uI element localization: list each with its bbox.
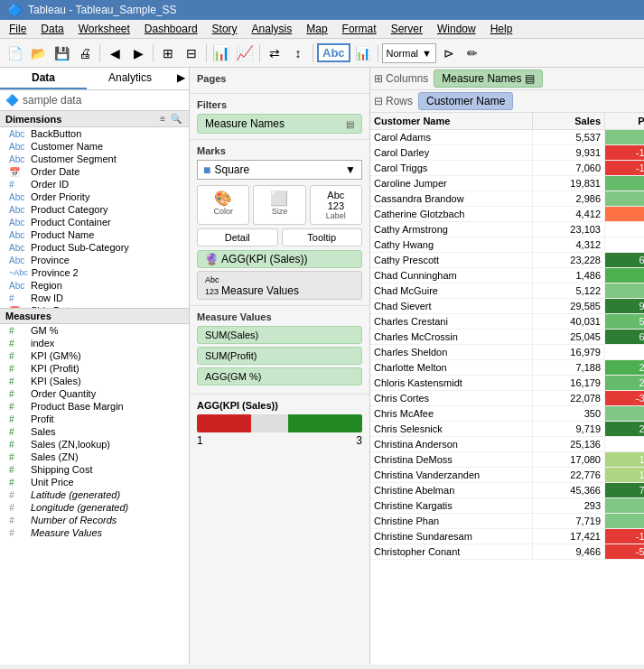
table-row[interactable]: Chad Sievert 29,585 9,009 30.5% [370,299,644,314]
table-row[interactable]: Cathy Hwang 4,312 -102 -2.4% [370,237,644,253]
menu-server[interactable]: Server [384,21,430,37]
table-row[interactable]: Christopher Conant 9,466 -5,824 -61.5% [370,544,644,560]
agg-gm-pill[interactable]: AGG(GM %) [197,367,362,386]
meas-product-base-margin[interactable]: # Product Base Margin [0,400,189,413]
toolbar-save[interactable]: 💾 [51,42,72,64]
rows-pill[interactable]: Customer Name [418,92,513,110]
table-row[interactable]: Charles Crestani 40,031 5,529 13.8% [370,314,644,330]
toolbar-fit[interactable]: ↕ [287,42,309,64]
menu-analysis[interactable]: Analysis [245,21,300,37]
dim-product-sub[interactable]: Abc Product Sub-Category [0,241,189,254]
toolbar-chart1[interactable]: 📊 [210,42,232,64]
table-row[interactable]: Chris McAfee 350 69 19.8% [370,406,644,422]
table-row[interactable]: Caroline Jumper 19,831 602 3.0% [370,176,644,191]
meas-num-records[interactable]: # Number of Records [0,514,189,526]
dim-row-id[interactable]: # Row ID [0,292,189,304]
toolbar-btn1[interactable]: ⊞ [157,42,179,64]
toolbar-presentation[interactable]: ⊳ [438,42,460,64]
meas-sales-zn[interactable]: # Sales (ZN) [0,451,189,463]
sort-icon[interactable]: ≡ [158,113,167,125]
meas-profit[interactable]: # Profit [0,413,189,425]
table-row[interactable]: Christine Phan 7,719 736 9.5% [370,514,644,529]
table-row[interactable]: Charles Sheldon 16,979 297 1.8% [370,345,644,360]
dim-product-category[interactable]: Abc Product Category [0,203,189,216]
marks-label-btn[interactable]: Abc123 Label [310,185,362,225]
dim-customer-segment[interactable]: Abc Customer Segment [0,153,189,165]
table-row[interactable]: Christina Anderson 25,136 322 1.3% [370,437,644,452]
menu-format[interactable]: Format [335,21,384,37]
marks-color-btn[interactable]: 🎨 Color [197,185,249,225]
menu-file[interactable]: File [2,21,33,37]
table-row[interactable]: Chris Cortes 22,078 -3,615 -16.4% [370,391,644,406]
toolbar-new[interactable]: 📄 [4,42,25,64]
table-row[interactable]: Chloris Kastensmidt 16,179 2,705 16.7% [370,376,644,391]
search-icon[interactable]: 🔍 [169,113,183,125]
marks-tooltip-btn[interactable]: Tooltip [282,228,363,246]
columns-pill[interactable]: Measure Names ▤ [434,70,543,88]
meas-measure-values[interactable]: # Measure Values [0,526,189,539]
meas-kpi-sales[interactable]: # KPI (Sales) [0,375,189,387]
table-row[interactable]: Chris Selesnick 9,719 2,893 29.8% [370,422,644,437]
table-row[interactable]: Catherine Glotzbach 4,412 -753 -17.1% [370,207,644,222]
table-row[interactable]: Cathy Prescott 23,228 6,940 29.9% [370,253,644,268]
menu-help[interactable]: Help [483,21,520,37]
toolbar-open[interactable]: 📂 [27,42,49,64]
meas-shipping-cost[interactable]: # Shipping Cost [0,463,189,476]
table-row[interactable]: Charles McCrossin 25,045 6,354 25.4% [370,330,644,345]
meas-gm[interactable]: # GM % [0,324,189,337]
meas-kpi-profit[interactable]: # KPI (Profit) [0,362,189,375]
marks-detail-btn[interactable]: Detail [197,228,278,246]
normal-dropdown[interactable]: Normal ▼ [382,43,436,63]
marks-type-dropdown[interactable]: ■ Square ▼ [197,160,362,180]
menu-map[interactable]: Map [299,21,334,37]
dim-region[interactable]: Abc Region [0,279,189,292]
dim-province[interactable]: Abc Province [0,254,189,266]
table-row[interactable]: Chad Cunningham 1,486 534 36.0% [370,268,644,283]
table-row[interactable]: Carol Darley 9,931 -1,253 -12.6% [370,145,644,161]
toolbar-bar[interactable]: 📊 [352,42,374,64]
table-row[interactable]: Charlotte Melton 7,188 2,787 38.8% [370,360,644,376]
dim-product-name[interactable]: Abc Product Name [0,228,189,241]
toolbar-print[interactable]: 🖨 [74,42,96,64]
meas-latitude[interactable]: # Latitude (generated) [0,488,189,501]
table-row[interactable]: Carol Adams 5,537 965 17.4% [370,130,644,145]
table-row[interactable]: Carol Triggs 7,060 -1,883 -26.7% [370,161,644,176]
dim-province2[interactable]: ~Abc Province 2 [0,266,189,279]
menu-worksheet[interactable]: Worksheet [71,21,137,37]
table-row[interactable]: Cathy Armstrong 23,103 -427 -1.8% [370,222,644,237]
panel-arrow[interactable]: ▶ [173,68,189,89]
dim-order-date[interactable]: 📅 Order Date [0,165,189,178]
menu-window[interactable]: Window [430,21,483,37]
dim-backbutton[interactable]: Abc BackButton [0,127,189,140]
toolbar-chart2[interactable]: 📈 [234,42,256,64]
agg-kpi-pill[interactable]: 🔮 AGG(KPI (Sales)) [197,250,362,268]
toolbar-btn2[interactable]: ⊟ [181,42,202,64]
table-row[interactable]: Christine Kargatis 293 56 19.1% [370,498,644,514]
table-row[interactable]: Christina DeMoss 17,080 1,272 7.4% [370,452,644,468]
meas-longitude[interactable]: # Longitude (generated) [0,501,189,514]
menu-data[interactable]: Data [33,21,70,37]
toolbar-forward[interactable]: ▶ [127,42,149,64]
filter-measure-names[interactable]: Measure Names ▤ [197,114,362,134]
table-row[interactable]: Christine Abelman 45,366 7,273 16.0% [370,483,644,498]
sum-sales-pill[interactable]: SUM(Sales) [197,326,362,344]
measure-values-pill[interactable]: Abc123 Measure Values [197,271,362,300]
table-row[interactable]: Cassandra Brandow 2,986 428 14.3% [370,191,644,207]
menu-story[interactable]: Story [205,21,245,37]
meas-index[interactable]: # index [0,337,189,349]
toolbar-settings[interactable]: ✏ [462,42,483,64]
toolbar-swap[interactable]: ⇄ [264,42,285,64]
menu-dashboard[interactable]: Dashboard [137,21,205,37]
tab-analytics[interactable]: Analytics [87,68,173,89]
toolbar-back[interactable]: ◀ [104,42,126,64]
tab-data[interactable]: Data [0,68,87,89]
meas-sales-zn-lookup[interactable]: # Sales (ZN,lookup) [0,438,189,451]
table-row[interactable]: Chad McGuire 5,122 902 17.6% [370,283,644,299]
dim-order-priority[interactable]: Abc Order Priority [0,190,189,203]
dim-product-container[interactable]: Abc Product Container [0,216,189,228]
marks-size-btn[interactable]: ⬜ Size [253,185,305,225]
sum-profit-pill[interactable]: SUM(Profit) [197,347,362,365]
table-row[interactable]: Christine Sundaresam 17,421 -1,653 -9.5% [370,529,644,544]
meas-kpi-gm[interactable]: # KPI (GM%) [0,349,189,362]
dim-customer-name[interactable]: Abc Customer Name [0,140,189,153]
